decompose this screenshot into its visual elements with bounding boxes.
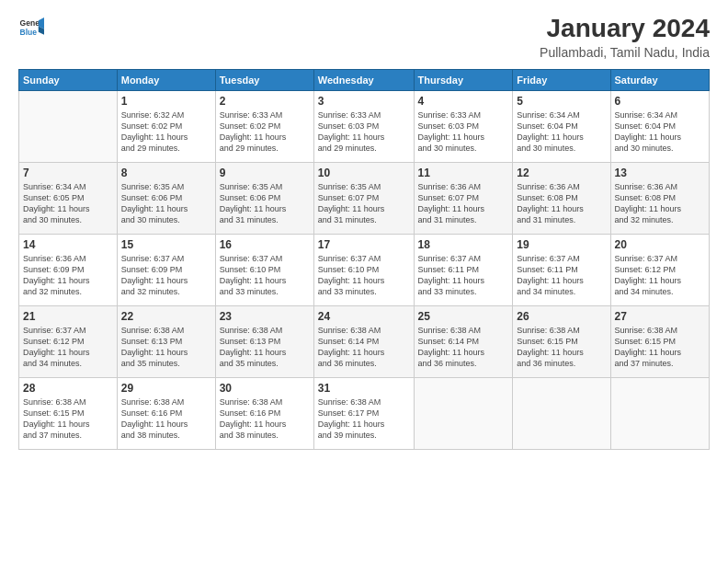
calendar-cell: 2Sunrise: 6:33 AM Sunset: 6:02 PM Daylig… — [215, 90, 313, 162]
logo-icon: General Blue — [18, 15, 44, 40]
header-row: Sunday Monday Tuesday Wednesday Thursday… — [19, 69, 710, 90]
calendar-row: 7Sunrise: 6:34 AM Sunset: 6:05 PM Daylig… — [19, 162, 710, 234]
calendar-cell: 12Sunrise: 6:36 AM Sunset: 6:08 PM Dayli… — [513, 162, 610, 234]
day-number: 7 — [23, 167, 113, 179]
day-number: 28 — [23, 382, 113, 395]
day-number: 30 — [220, 382, 310, 395]
calendar-cell: 10Sunrise: 6:35 AM Sunset: 6:07 PM Dayli… — [313, 162, 414, 234]
calendar-cell: 23Sunrise: 6:38 AM Sunset: 6:13 PM Dayli… — [215, 305, 313, 377]
day-info: Sunrise: 6:35 AM Sunset: 6:07 PM Dayligh… — [318, 181, 410, 226]
calendar-cell: 19Sunrise: 6:37 AM Sunset: 6:11 PM Dayli… — [513, 234, 610, 305]
calendar-row: 14Sunrise: 6:36 AM Sunset: 6:09 PM Dayli… — [19, 234, 710, 305]
day-info: Sunrise: 6:37 AM Sunset: 6:10 PM Dayligh… — [318, 253, 410, 298]
day-info: Sunrise: 6:36 AM Sunset: 6:07 PM Dayligh… — [418, 181, 509, 226]
calendar-cell: 5Sunrise: 6:34 AM Sunset: 6:04 PM Daylig… — [513, 90, 610, 162]
calendar-table: Sunday Monday Tuesday Wednesday Thursday… — [18, 69, 710, 450]
day-info: Sunrise: 6:36 AM Sunset: 6:09 PM Dayligh… — [23, 253, 113, 298]
day-number: 27 — [615, 310, 705, 323]
day-number: 4 — [418, 95, 509, 108]
day-number: 20 — [615, 238, 705, 251]
day-number: 1 — [121, 95, 211, 108]
day-number: 17 — [318, 238, 410, 251]
col-friday: Friday — [513, 69, 610, 90]
day-info: Sunrise: 6:38 AM Sunset: 6:15 PM Dayligh… — [615, 325, 705, 370]
day-number: 14 — [23, 238, 113, 251]
day-number: 21 — [23, 310, 113, 323]
col-tuesday: Tuesday — [215, 69, 313, 90]
day-number: 8 — [121, 167, 211, 179]
calendar-cell: 31Sunrise: 6:38 AM Sunset: 6:17 PM Dayli… — [313, 377, 414, 449]
col-monday: Monday — [117, 69, 215, 90]
day-number: 13 — [615, 167, 705, 179]
day-number: 26 — [517, 310, 606, 323]
calendar-row: 1Sunrise: 6:32 AM Sunset: 6:02 PM Daylig… — [19, 90, 710, 162]
calendar-cell: 8Sunrise: 6:35 AM Sunset: 6:06 PM Daylig… — [117, 162, 215, 234]
title-block: January 2024 Pullambadi, Tamil Nadu, Ind… — [540, 15, 710, 60]
col-thursday: Thursday — [414, 69, 513, 90]
calendar-cell: 7Sunrise: 6:34 AM Sunset: 6:05 PM Daylig… — [19, 162, 118, 234]
day-number: 5 — [517, 95, 606, 108]
day-number: 25 — [418, 310, 509, 323]
calendar-cell: 14Sunrise: 6:36 AM Sunset: 6:09 PM Dayli… — [19, 234, 118, 305]
calendar-cell: 26Sunrise: 6:38 AM Sunset: 6:15 PM Dayli… — [513, 305, 610, 377]
day-info: Sunrise: 6:35 AM Sunset: 6:06 PM Dayligh… — [220, 181, 310, 226]
day-info: Sunrise: 6:35 AM Sunset: 6:06 PM Dayligh… — [121, 181, 211, 226]
main-title: January 2024 — [540, 15, 710, 43]
day-info: Sunrise: 6:38 AM Sunset: 6:16 PM Dayligh… — [220, 396, 310, 442]
day-number: 15 — [121, 238, 211, 251]
day-number: 23 — [220, 310, 310, 323]
day-number: 2 — [220, 95, 310, 108]
day-info: Sunrise: 6:38 AM Sunset: 6:16 PM Dayligh… — [121, 396, 211, 442]
day-info: Sunrise: 6:38 AM Sunset: 6:17 PM Dayligh… — [318, 396, 410, 442]
day-info: Sunrise: 6:38 AM Sunset: 6:13 PM Dayligh… — [220, 325, 310, 370]
day-number: 24 — [318, 310, 410, 323]
day-info: Sunrise: 6:37 AM Sunset: 6:12 PM Dayligh… — [615, 253, 705, 298]
calendar-cell: 3Sunrise: 6:33 AM Sunset: 6:03 PM Daylig… — [313, 90, 414, 162]
sub-title: Pullambadi, Tamil Nadu, India — [540, 45, 710, 60]
calendar-row: 21Sunrise: 6:37 AM Sunset: 6:12 PM Dayli… — [19, 305, 710, 377]
col-wednesday: Wednesday — [313, 69, 414, 90]
day-info: Sunrise: 6:34 AM Sunset: 6:04 PM Dayligh… — [517, 109, 606, 155]
day-info: Sunrise: 6:37 AM Sunset: 6:11 PM Dayligh… — [517, 253, 606, 298]
calendar-cell: 30Sunrise: 6:38 AM Sunset: 6:16 PM Dayli… — [215, 377, 313, 449]
day-info: Sunrise: 6:34 AM Sunset: 6:05 PM Dayligh… — [23, 181, 113, 226]
day-info: Sunrise: 6:33 AM Sunset: 6:03 PM Dayligh… — [318, 109, 410, 155]
calendar-cell — [19, 90, 118, 162]
day-number: 18 — [418, 238, 509, 251]
day-info: Sunrise: 6:38 AM Sunset: 6:15 PM Dayligh… — [23, 396, 113, 442]
calendar-cell — [513, 377, 610, 449]
calendar-cell: 20Sunrise: 6:37 AM Sunset: 6:12 PM Dayli… — [610, 234, 709, 305]
calendar-cell — [414, 377, 513, 449]
calendar-cell: 1Sunrise: 6:32 AM Sunset: 6:02 PM Daylig… — [117, 90, 215, 162]
day-info: Sunrise: 6:36 AM Sunset: 6:08 PM Dayligh… — [615, 181, 705, 226]
day-info: Sunrise: 6:36 AM Sunset: 6:08 PM Dayligh… — [517, 181, 606, 226]
day-number: 6 — [615, 95, 705, 108]
day-info: Sunrise: 6:37 AM Sunset: 6:11 PM Dayligh… — [418, 253, 509, 298]
day-info: Sunrise: 6:38 AM Sunset: 6:14 PM Dayligh… — [318, 325, 410, 370]
calendar-cell: 28Sunrise: 6:38 AM Sunset: 6:15 PM Dayli… — [19, 377, 118, 449]
day-number: 9 — [220, 167, 310, 179]
day-info: Sunrise: 6:37 AM Sunset: 6:10 PM Dayligh… — [220, 253, 310, 298]
day-number: 22 — [121, 310, 211, 323]
day-number: 16 — [220, 238, 310, 251]
col-saturday: Saturday — [610, 69, 709, 90]
calendar-cell: 21Sunrise: 6:37 AM Sunset: 6:12 PM Dayli… — [19, 305, 118, 377]
day-info: Sunrise: 6:34 AM Sunset: 6:04 PM Dayligh… — [615, 109, 705, 155]
day-number: 11 — [418, 167, 509, 179]
calendar-cell: 24Sunrise: 6:38 AM Sunset: 6:14 PM Dayli… — [313, 305, 414, 377]
day-number: 19 — [517, 238, 606, 251]
calendar-cell: 16Sunrise: 6:37 AM Sunset: 6:10 PM Dayli… — [215, 234, 313, 305]
calendar-row: 28Sunrise: 6:38 AM Sunset: 6:15 PM Dayli… — [19, 377, 710, 449]
svg-text:Blue: Blue — [20, 28, 38, 37]
day-info: Sunrise: 6:32 AM Sunset: 6:02 PM Dayligh… — [121, 109, 211, 155]
calendar-cell: 15Sunrise: 6:37 AM Sunset: 6:09 PM Dayli… — [117, 234, 215, 305]
day-info: Sunrise: 6:37 AM Sunset: 6:12 PM Dayligh… — [23, 325, 113, 370]
calendar-cell: 4Sunrise: 6:33 AM Sunset: 6:03 PM Daylig… — [414, 90, 513, 162]
day-number: 12 — [517, 167, 606, 179]
header: General Blue January 2024 Pullambadi, Ta… — [18, 15, 710, 60]
calendar-cell: 13Sunrise: 6:36 AM Sunset: 6:08 PM Dayli… — [610, 162, 709, 234]
day-info: Sunrise: 6:38 AM Sunset: 6:13 PM Dayligh… — [121, 325, 211, 370]
day-number: 31 — [318, 382, 410, 395]
calendar-cell: 6Sunrise: 6:34 AM Sunset: 6:04 PM Daylig… — [610, 90, 709, 162]
calendar-cell: 25Sunrise: 6:38 AM Sunset: 6:14 PM Dayli… — [414, 305, 513, 377]
